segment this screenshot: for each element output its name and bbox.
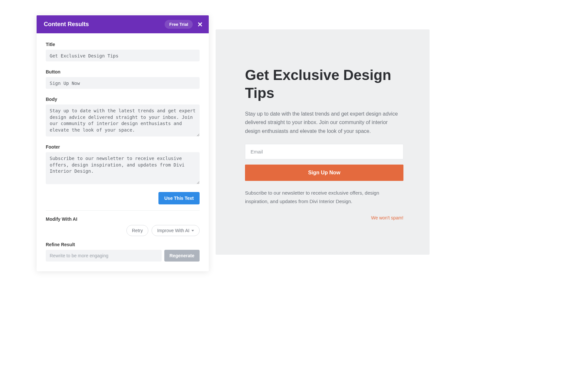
sign-up-button[interactable]: Sign Up Now xyxy=(245,165,403,181)
refine-label: Refine Result xyxy=(46,242,200,247)
body-label: Body xyxy=(46,97,200,102)
button-input[interactable] xyxy=(46,77,200,89)
refine-input[interactable] xyxy=(46,250,162,262)
button-label: Button xyxy=(46,69,200,74)
no-spam-text: We won't spam! xyxy=(245,215,403,220)
modify-actions: Retry Improve With AI xyxy=(46,225,200,236)
preview-title: Get Exclusive Design Tips xyxy=(245,66,403,102)
refine-row: Regenerate xyxy=(46,250,200,262)
chevron-down-icon xyxy=(191,230,194,231)
content-results-panel: Content Results Free Trial ✕ Title Butto… xyxy=(37,15,209,271)
retry-label: Retry xyxy=(132,228,143,233)
retry-button[interactable]: Retry xyxy=(126,225,148,236)
improve-with-ai-button[interactable]: Improve With AI xyxy=(152,225,200,236)
footer-input[interactable] xyxy=(46,152,200,184)
close-icon[interactable]: ✕ xyxy=(197,21,203,28)
footer-field-group: Footer xyxy=(46,144,200,185)
panel-body: Title Button Body Footer Use This Text M… xyxy=(37,33,209,271)
body-field-group: Body xyxy=(46,97,200,138)
panel-header-actions: Free Trial ✕ xyxy=(165,20,203,29)
panel-header: Content Results Free Trial ✕ xyxy=(37,15,209,33)
free-trial-badge[interactable]: Free Trial xyxy=(165,20,193,29)
button-field-group: Button xyxy=(46,69,200,90)
use-this-text-button[interactable]: Use This Text xyxy=(158,192,200,204)
body-input[interactable] xyxy=(46,104,200,136)
panel-title: Content Results xyxy=(44,21,89,28)
email-field[interactable] xyxy=(245,144,403,159)
title-label: Title xyxy=(46,42,200,47)
modify-label: Modify With AI xyxy=(46,216,200,222)
improve-label: Improve With AI xyxy=(157,228,189,233)
footer-label: Footer xyxy=(46,144,200,150)
preview-body: Stay up to date with the latest trends a… xyxy=(245,110,403,136)
title-field-group: Title xyxy=(46,42,200,63)
preview-pane: Get Exclusive Design Tips Stay up to dat… xyxy=(216,29,430,255)
preview-footer: Subscribe to our newsletter to receive e… xyxy=(245,189,403,205)
use-text-row: Use This Text xyxy=(46,192,200,204)
regenerate-button[interactable]: Regenerate xyxy=(164,250,200,262)
title-input[interactable] xyxy=(46,50,200,61)
divider xyxy=(46,210,200,211)
